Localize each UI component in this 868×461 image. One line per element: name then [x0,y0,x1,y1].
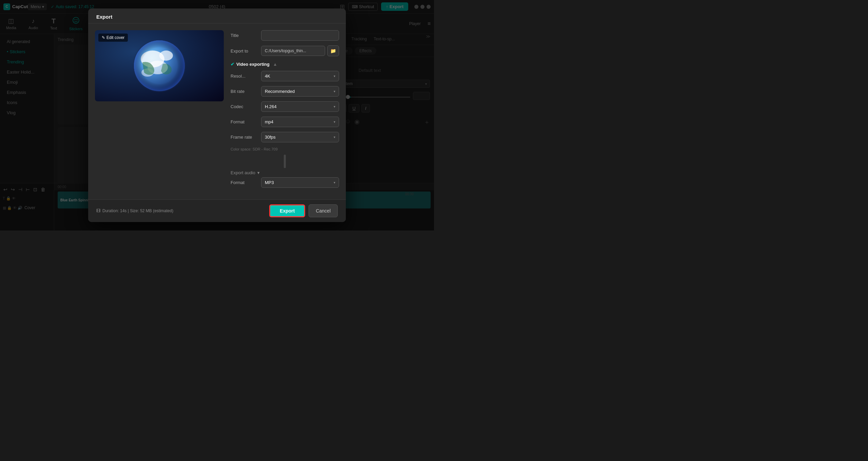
audio-section-arrow: ▾ [257,170,260,175]
resolution-row: Resol... 4K ▾ [231,71,339,81]
svg-point-17 [134,40,185,91]
pencil-icon: ✎ [102,35,105,40]
codec-select[interactable]: H.264 ▾ [261,101,339,112]
footer-buttons: Export Cancel [269,204,338,217]
export-path-row: C:/Users/topgus_thin... 📁 [261,45,339,56]
bitrate-row: Bit rate Recommended ▾ [231,86,339,97]
title-row: Title 0502 (4) [231,30,339,41]
video-section-arrow: ▲ [273,62,277,67]
export-dialog: Export [88,8,346,222]
resolution-select[interactable]: 4K ▾ [261,71,339,81]
audio-section-title: Export audio ▾ [231,170,339,175]
codec-arrow-icon: ▾ [334,105,335,108]
export-to-row: Export to C:/Users/topgus_thin... 📁 [231,45,339,56]
scroll-handle [284,155,286,168]
export-to-label: Export to [231,48,258,54]
folder-icon: 📁 [330,48,336,54]
folder-browse-button[interactable]: 📁 [327,45,339,56]
audio-format-label: Format [231,180,258,185]
duration-text: Duration: 14s | Size: 52 MB (estimated) [102,208,173,213]
video-export-section: ✔ Video exporting ▲ Resol... 4K ▾ [231,62,339,151]
dialog-body: ✎ Edit cover Title 0502 (4) Export to C:… [88,23,346,199]
scrollbar-indicator [231,155,339,168]
format-label: Format [231,119,258,124]
dialog-preview: ✎ Edit cover [95,30,224,193]
cancel-button[interactable]: Cancel [309,204,338,217]
format-select[interactable]: mp4 ▾ [261,117,339,127]
video-check-icon: ✔ [231,62,234,67]
color-space-note: Color space: SDR - Rec.709 [231,147,339,151]
dialog-footer: 🎞 Duration: 14s | Size: 52 MB (estimated… [88,199,346,222]
audio-format-arrow-icon: ▾ [334,181,335,184]
film-icon: 🎞 [96,208,100,213]
export-main-button[interactable]: Export [269,204,305,217]
resolution-label: Resol... [231,74,258,79]
audio-format-select[interactable]: MP3 ▾ [261,177,339,188]
earth-svg [129,35,190,96]
title-label: Title [231,33,258,38]
dialog-title: Export [96,14,113,20]
framerate-arrow-icon: ▾ [334,135,335,139]
bitrate-label: Bit rate [231,89,258,94]
dialog-settings: Title 0502 (4) Export to C:/Users/topgus… [224,30,339,193]
codec-label: Codec [231,104,258,109]
edit-cover-button[interactable]: ✎ Edit cover [98,34,128,42]
audio-format-row: Format MP3 ▾ [231,177,339,188]
format-arrow-icon: ▾ [334,120,335,124]
framerate-row: Frame rate 30fps ▾ [231,132,339,142]
framerate-select[interactable]: 30fps ▾ [261,132,339,142]
bitrate-arrow-icon: ▾ [334,89,335,93]
video-section-title: ✔ Video exporting ▲ [231,62,339,67]
framerate-label: Frame rate [231,135,258,140]
format-row: Format mp4 ▾ [231,117,339,127]
export-overlay: Export [0,0,434,230]
export-path-display: C:/Users/topgus_thin... [261,46,325,56]
title-input[interactable]: 0502 (4) [261,30,339,41]
bitrate-select[interactable]: Recommended ▾ [261,86,339,97]
duration-info: 🎞 Duration: 14s | Size: 52 MB (estimated… [96,208,173,213]
codec-row: Codec H.264 ▾ [231,101,339,112]
dialog-header: Export [88,8,346,23]
resolution-arrow-icon: ▾ [334,74,335,78]
